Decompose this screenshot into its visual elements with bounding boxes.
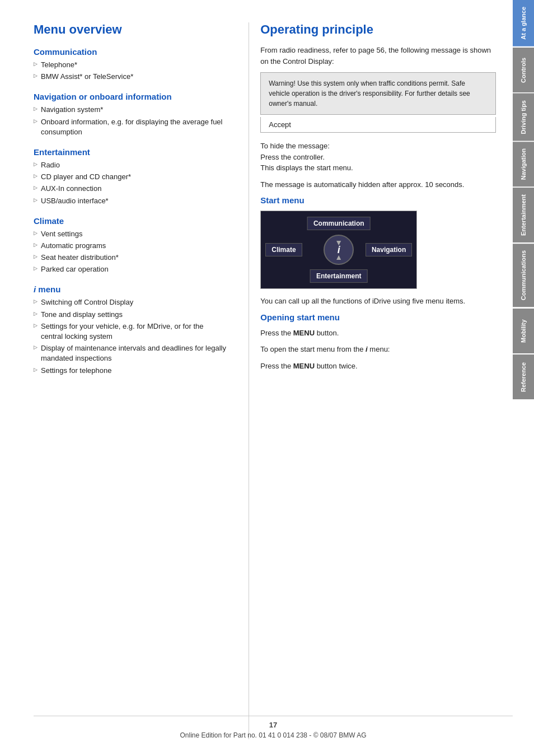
auto-hide-text: The message is automatically hidden afte… <box>260 179 496 190</box>
imenu-suffix: menu <box>36 284 60 294</box>
copyright-text: Online Edition for Part no. 01 41 0 014 … <box>34 731 513 739</box>
bullet-icon: ▷ <box>34 265 38 272</box>
bullet-icon: ▷ <box>34 184 38 192</box>
tab-navigation[interactable]: Navigation <box>513 142 534 186</box>
list-item: ▷ AUX-In connection <box>34 184 226 194</box>
bullet-icon: ▷ <box>34 161 38 168</box>
list-item: ▷ Tone and display settings <box>34 310 226 320</box>
bullet-icon: ▷ <box>34 366 38 374</box>
right-column: Operating principle From radio readiness… <box>255 22 496 739</box>
tab-controls[interactable]: Controls <box>513 48 534 92</box>
entertainment-heading: Entertainment <box>34 147 226 157</box>
warning-box: Warning! Use this system only when traff… <box>260 72 496 115</box>
list-item: ▷ Parked car operation <box>34 264 226 274</box>
navigation-heading: Navigation or onboard information <box>34 92 226 101</box>
arrow-down-top: ▼ <box>335 238 343 247</box>
bullet-icon: ▷ <box>34 241 38 249</box>
opening-start-title: Opening start menu <box>260 312 496 322</box>
opening-step2: To open the start menu from the i menu: <box>260 344 496 355</box>
operating-principle-title: Operating principle <box>260 22 496 37</box>
menu-overview-title: Menu overview <box>34 22 226 37</box>
bullet-icon: ▷ <box>34 310 38 318</box>
bullet-icon: ▷ <box>34 172 38 180</box>
accept-label: Accept <box>269 120 291 129</box>
opening-step3: Press the MENU button twice. <box>260 361 496 372</box>
bullet-icon: ▷ <box>34 344 38 351</box>
arrow-up-bottom: ▲ <box>335 253 343 262</box>
communication-heading: Communication <box>34 47 226 57</box>
idrive-diagram: Communication Climate i Navigation Enter… <box>260 211 417 289</box>
list-item: ▷ Onboard information, e.g. for displayi… <box>34 117 226 137</box>
intro-text: From radio readiness, refer to page 56, … <box>260 45 496 67</box>
list-item: ▷ Settings for telephone <box>34 366 226 376</box>
page-footer: 17 Online Edition for Part no. 01 41 0 0… <box>34 716 513 739</box>
list-item: ▷ Settings for your vehicle, e.g. for MD… <box>34 321 226 342</box>
imenu-heading: i menu <box>34 284 226 294</box>
menu-keyword-1: MENU <box>293 329 315 337</box>
navigation-list: ▷ Navigation system* ▷ Onboard informati… <box>34 105 226 137</box>
accept-bar: Accept <box>260 117 496 133</box>
bullet-icon: ▷ <box>34 322 38 329</box>
tab-entertainment[interactable]: Entertainment <box>513 188 534 242</box>
tab-at-glance[interactable]: At a glance <box>513 0 534 46</box>
bullet-icon: ▷ <box>34 105 38 113</box>
tab-driving-tips[interactable]: Driving tips <box>513 94 534 141</box>
idrive-label-navigation: Navigation <box>366 243 412 256</box>
idrive-label-climate: Climate <box>265 243 302 256</box>
climate-heading: Climate <box>34 216 226 226</box>
list-item: ▷ USB/audio interface* <box>34 196 226 206</box>
list-item: ▷ Radio <box>34 160 226 170</box>
list-item: ▷ Navigation system* <box>34 105 226 115</box>
bullet-icon: ▷ <box>34 230 38 237</box>
list-item: ▷ Automatic programs <box>34 241 226 251</box>
bullet-icon: ▷ <box>34 197 38 204</box>
warning-text: Warning! Use this system only when traff… <box>269 80 470 108</box>
tab-mobility[interactable]: Mobility <box>513 309 534 353</box>
menu-keyword-2: MENU <box>293 362 315 370</box>
bullet-icon: ▷ <box>34 118 38 125</box>
hide-message-text: To hide the message: Press the controlle… <box>260 141 496 174</box>
list-item: ▷ BMW Assist* or TeleService* <box>34 72 226 82</box>
column-divider <box>249 22 249 739</box>
bullet-icon: ▷ <box>34 298 38 305</box>
entertainment-list: ▷ Radio ▷ CD player and CD changer* ▷ AU… <box>34 160 226 206</box>
start-menu-title: Start menu <box>260 195 496 205</box>
climate-list: ▷ Vent settings ▷ Automatic programs ▷ S… <box>34 229 226 275</box>
idrive-label-entertainment: Entertainment <box>310 269 368 283</box>
communication-list: ▷ Telephone* ▷ BMW Assist* or TeleServic… <box>34 60 226 82</box>
tab-reference[interactable]: Reference <box>513 354 534 399</box>
idrive-label-communication: Communication <box>307 217 371 230</box>
opening-step1: Press the MENU button. <box>260 328 496 339</box>
bullet-icon: ▷ <box>34 253 38 260</box>
imenu-list: ▷ Switching off Control Display ▷ Tone a… <box>34 297 226 375</box>
list-item: ▷ CD player and CD changer* <box>34 172 226 182</box>
list-item: ▷ Switching off Control Display <box>34 297 226 307</box>
page-number: 17 <box>34 721 513 729</box>
main-content: Menu overview Communication ▷ Telephone*… <box>0 0 513 756</box>
tab-bar: At a glance Controls Driving tips Naviga… <box>513 0 534 756</box>
list-item: ▷ Vent settings <box>34 229 226 239</box>
list-item: ▷ Telephone* <box>34 60 226 70</box>
list-item: ▷ Seat heater distribution* <box>34 253 226 263</box>
left-column: Menu overview Communication ▷ Telephone*… <box>34 22 243 739</box>
tab-communications[interactable]: Communications <box>513 244 534 307</box>
idrive-description: You can call up all the functions of iDr… <box>260 296 496 307</box>
bullet-icon: ▷ <box>34 60 38 68</box>
bullet-icon: ▷ <box>34 72 38 80</box>
list-item: ▷ Display of maintenance intervals and d… <box>34 343 226 363</box>
